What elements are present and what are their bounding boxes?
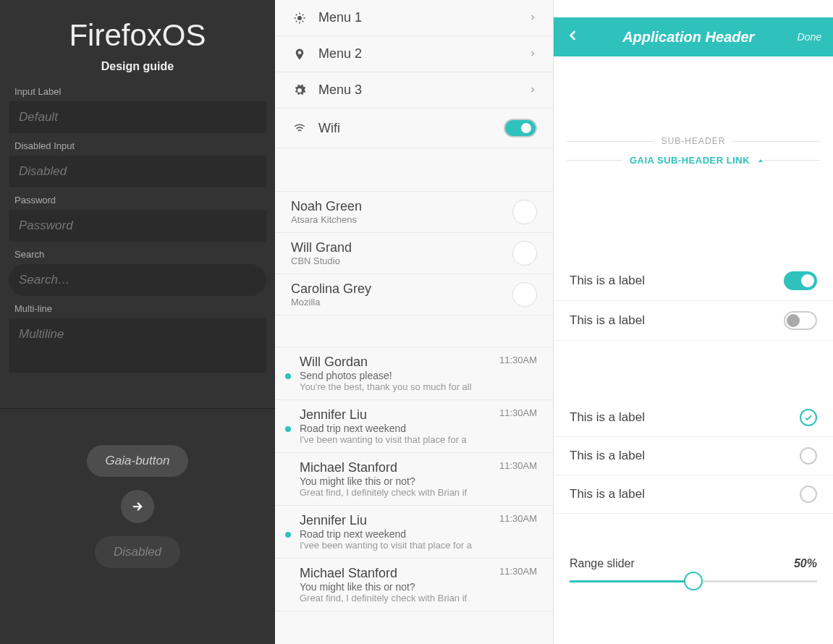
menu-item-3[interactable]: Menu 3: [275, 72, 553, 109]
done-button[interactable]: Done: [798, 31, 821, 43]
message-time: 11:30AM: [499, 566, 537, 581]
slider-track[interactable]: [570, 580, 817, 582]
gaia-button[interactable]: Gaia-button: [87, 445, 189, 477]
contact-name: Noah Green: [291, 199, 512, 214]
arrow-button[interactable]: [121, 490, 154, 523]
message-sender: Jennifer Liu: [300, 407, 367, 423]
menu-item-2[interactable]: Menu 2: [275, 36, 553, 72]
message-sender: Michael Stanford: [300, 566, 397, 581]
message-row[interactable]: Michael Stanford 11:30AM You might like …: [275, 559, 553, 611]
switch-row-1: This is a label: [554, 261, 833, 301]
avatar: [512, 282, 537, 307]
svg-point-0: [297, 16, 302, 20]
multiline-input[interactable]: [9, 318, 266, 373]
message-sender: Will Gordan: [300, 355, 368, 370]
chevron-right-icon: [528, 48, 537, 61]
sub-header-link[interactable]: GAIA SUB-HEADER LINK: [554, 155, 833, 166]
avatar: [512, 200, 537, 224]
message-subject: You might like this or not?: [300, 475, 537, 487]
message-row[interactable]: Jennifer Liu 11:30AM Road trip next week…: [275, 506, 553, 559]
arrow-right-icon: [131, 500, 144, 513]
switch-toggle[interactable]: [784, 271, 817, 290]
chevron-left-icon: [565, 28, 580, 43]
message-preview: Great find, I definitely check with Bria…: [300, 593, 537, 603]
contact-row[interactable]: Will Grand CBN Studio: [275, 233, 553, 274]
message-row[interactable]: Michael Stanford 11:30AM You might like …: [275, 453, 553, 506]
input-label-multiline: Multi-line: [9, 303, 266, 314]
check-label: This is a label: [570, 487, 800, 501]
message-preview: You're the best, thank you so much for a…: [300, 381, 537, 392]
message-time: 11:30AM: [499, 513, 537, 528]
unread-dot: [285, 532, 291, 538]
chevron-up-icon: [757, 157, 764, 164]
contact-name: Carolina Grey: [291, 281, 512, 297]
menu-label: Menu 2: [318, 46, 528, 62]
message-subject: Send photos please!: [300, 370, 537, 381]
check-row-3: This is a label: [554, 475, 833, 514]
contact-org: Mozilla: [291, 297, 512, 308]
radio-button[interactable]: [800, 486, 817, 503]
contact-row[interactable]: Noah Green Atsara Kitchens: [275, 192, 553, 233]
default-input[interactable]: [9, 101, 266, 133]
chevron-right-icon: [528, 84, 537, 97]
input-label-disabled: Disabled Input: [9, 140, 266, 151]
avatar: [512, 241, 537, 266]
check-row-1: This is a label: [554, 399, 833, 437]
unread-dot: [285, 426, 291, 432]
wifi-label: Wifi: [318, 121, 504, 136]
check-label: This is a label: [570, 410, 800, 425]
switch-label: This is a label: [570, 274, 784, 288]
message-subject: Road trip next weekend: [300, 423, 537, 434]
slider-thumb[interactable]: [684, 572, 703, 590]
switch-row-2: This is a label: [554, 301, 833, 341]
checkbox[interactable]: [800, 409, 817, 426]
svg-line-8: [303, 14, 304, 15]
app-panel: Application Header Done SUB-HEADER GAIA …: [554, 0, 833, 644]
sub-header: SUB-HEADER: [554, 136, 833, 146]
slider-value: 50%: [794, 557, 817, 570]
wifi-icon: [291, 122, 308, 135]
message-subject: You might like this or not?: [300, 581, 537, 593]
message-sender: Jennifer Liu: [300, 513, 367, 528]
contact-row[interactable]: Carolina Grey Mozilla: [275, 274, 553, 315]
app-title: FirefoxOS: [0, 0, 275, 60]
message-time: 11:30AM: [499, 460, 537, 475]
input-label-search: Search: [9, 249, 266, 260]
contact-org: CBN Studio: [291, 255, 512, 266]
switch-toggle[interactable]: [784, 311, 817, 330]
svg-line-7: [296, 20, 297, 22]
message-row[interactable]: Jennifer Liu 11:30AM Road trip next week…: [275, 400, 553, 453]
unread-dot: [285, 373, 291, 379]
contact-org: Atsara Kitchens: [291, 214, 512, 225]
checkbox[interactable]: [800, 447, 817, 465]
sidebar-form: FirefoxOS Design guide Input Label Disab…: [0, 0, 275, 644]
disabled-button: Disabled: [95, 536, 180, 568]
disabled-input: [9, 156, 266, 187]
slider-label: Range slider: [570, 557, 635, 570]
input-label-password: Password: [9, 195, 266, 206]
password-input[interactable]: [9, 210, 266, 242]
message-preview: I've been wanting to visit that place fo…: [300, 434, 537, 445]
search-input[interactable]: [9, 264, 266, 296]
svg-line-6: [303, 20, 304, 22]
message-sender: Michael Stanford: [300, 460, 397, 475]
wifi-row[interactable]: Wifi: [275, 109, 553, 148]
svg-line-5: [296, 14, 297, 15]
chevron-right-icon: [528, 12, 537, 25]
menu-label: Menu 3: [318, 82, 528, 98]
message-time: 11:30AM: [499, 407, 537, 423]
message-time: 11:30AM: [499, 355, 537, 370]
gear-icon: [291, 84, 308, 97]
message-preview: I'vee been wanting to visit that place f…: [300, 540, 537, 551]
back-button[interactable]: [565, 28, 580, 46]
menu-item-1[interactable]: Menu 1: [275, 0, 553, 36]
app-header: Application Header Done: [554, 17, 833, 56]
message-row[interactable]: Will Gordan 11:30AM Send photos please! …: [275, 347, 553, 400]
sun-icon: [291, 12, 308, 25]
wifi-toggle[interactable]: [504, 119, 537, 137]
app-subtitle: Design guide: [0, 60, 275, 73]
pin-icon: [291, 48, 308, 61]
input-label-default: Input Label: [9, 86, 266, 97]
switch-label: This is a label: [570, 313, 784, 328]
range-slider-section: Range slider 50%: [554, 543, 833, 597]
